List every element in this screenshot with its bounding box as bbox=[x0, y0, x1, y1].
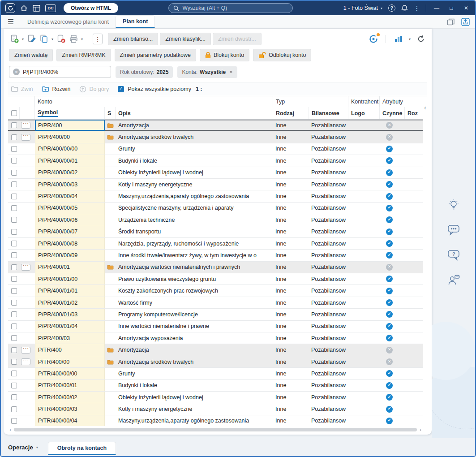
table-row[interactable]: P/PR/400/01/02 Wartość firmy Inne Pozabi… bbox=[8, 297, 423, 309]
row-checkbox[interactable] bbox=[11, 371, 17, 376]
horizontal-scrollbar[interactable]: ‹ › bbox=[8, 427, 423, 432]
account-symbol-cell[interactable]: P/PR/400/01/03 bbox=[35, 309, 105, 320]
row-expander-button[interactable] bbox=[21, 347, 30, 354]
account-symbol-cell[interactable]: P/PR/400/00/03 bbox=[35, 179, 105, 190]
open-in-html-button[interactable]: Otwórz w HTML bbox=[64, 3, 118, 13]
row-checkbox[interactable] bbox=[11, 205, 17, 211]
add-dropdown-caret-icon[interactable]: ▾ bbox=[22, 37, 24, 41]
row-checkbox[interactable] bbox=[11, 194, 17, 199]
row-checkbox[interactable] bbox=[11, 359, 17, 365]
row-expander-button[interactable] bbox=[21, 134, 30, 141]
table-row[interactable]: P/PR/400/00/04 Maszyny,urządzenia,aparat… bbox=[8, 190, 423, 202]
row-checkbox[interactable] bbox=[11, 288, 17, 294]
column-panel-collapse-icon[interactable]: ‹ bbox=[424, 103, 426, 111]
row-checkbox[interactable] bbox=[11, 134, 17, 140]
account-symbol-cell[interactable]: P/PR/400/01/00 bbox=[35, 273, 105, 285]
table-row[interactable]: P/TR/400/00/02 Obiekty inżynierii lądowe… bbox=[8, 392, 423, 403]
scroll-right-icon[interactable]: › bbox=[418, 427, 423, 432]
account-symbol-cell[interactable]: P/TR/400/00/01 bbox=[35, 380, 105, 391]
remove-chip-icon[interactable]: ✕ bbox=[229, 70, 233, 74]
row-expander-button[interactable] bbox=[21, 264, 30, 271]
move-up-button[interactable]: Do góry bbox=[79, 86, 109, 93]
row-checkbox[interactable] bbox=[11, 217, 17, 223]
zmien-dwustronne-button[interactable]: Zmień dwustr... bbox=[213, 33, 262, 45]
account-symbol-cell[interactable]: P/TR/400 bbox=[35, 344, 105, 355]
account-symbol-cell[interactable]: P/PR/400/00/00 bbox=[35, 143, 105, 155]
table-row[interactable]: P/TR/400 Amortyzacja Inne Pozabilansow bbox=[8, 344, 423, 356]
operations-menu-button[interactable]: Operacje ▾ bbox=[8, 444, 38, 451]
row-checkbox[interactable] bbox=[11, 406, 17, 412]
row-checkbox[interactable] bbox=[11, 347, 17, 353]
account-symbol-cell[interactable]: P/TR/400/00 bbox=[35, 356, 105, 367]
row-expander-button[interactable] bbox=[21, 358, 30, 365]
table-row[interactable]: P/PR/400/00/01 Budynki i lokale Inne Poz… bbox=[8, 155, 423, 167]
horizontal-scrollbar-thumb[interactable] bbox=[14, 428, 417, 431]
filter-chip-rok-obrotowy[interactable]: Rok obrotowy: 2025 bbox=[116, 66, 173, 78]
row-checkbox[interactable] bbox=[11, 170, 17, 176]
assistant-swirl-icon[interactable] bbox=[369, 34, 378, 44]
row-checkbox[interactable] bbox=[11, 229, 17, 235]
row-checkbox[interactable] bbox=[11, 276, 17, 282]
account-symbol-cell[interactable]: P/PR/400/01/01 bbox=[35, 285, 105, 296]
zmien-parametry-podatkowe-button[interactable]: Zmień parametry podatkowe bbox=[115, 49, 196, 61]
tab-plan-kont[interactable]: Plan kont bbox=[116, 15, 155, 28]
table-row[interactable]: P/PR/400/00/08 Narzędzia, przyrządy, ruc… bbox=[8, 238, 423, 250]
more-actions-button[interactable]: ⋮ bbox=[93, 34, 103, 44]
panels-icon[interactable] bbox=[447, 18, 455, 26]
minimize-button[interactable]: — bbox=[432, 5, 441, 11]
odblokuj-konto-button[interactable]: Odblokuj konto bbox=[253, 49, 311, 61]
row-checkbox[interactable] bbox=[11, 158, 17, 164]
share-export-icon[interactable] bbox=[461, 18, 470, 26]
more-options-icon[interactable]: ⋮ bbox=[414, 4, 420, 12]
account-symbol-cell[interactable]: P/PR/400/00/01 bbox=[35, 155, 105, 166]
table-row[interactable]: P/PR/400/03 Amortyzacja wyposażenia Inne… bbox=[8, 332, 423, 344]
tab-definicja-wzorcowego-planu-kont[interactable]: Definicja wzorcowego planu kont bbox=[21, 15, 116, 28]
row-checkbox[interactable] bbox=[11, 264, 17, 270]
filter-chip-konta[interactable]: Konta: Wszystkie ✕ bbox=[177, 66, 237, 78]
table-row[interactable]: P/TR/400/00/01 Budynki i lokale Inne Poz… bbox=[8, 380, 423, 392]
row-checkbox[interactable] bbox=[11, 122, 17, 128]
row-checkbox[interactable] bbox=[11, 418, 17, 424]
row-expander-button[interactable] bbox=[21, 122, 30, 129]
blokuj-konto-button[interactable]: Blokuj konto bbox=[200, 49, 249, 61]
table-row[interactable]: P/PR/400/00/00 Grunty Inne Pozabilansow bbox=[8, 143, 423, 155]
row-checkbox[interactable] bbox=[11, 335, 17, 341]
table-row[interactable]: P/PR/400 Amortyzacja Inne Pozabilansow bbox=[8, 120, 423, 131]
column-header-bilansowe[interactable]: Bilansowe bbox=[309, 107, 348, 119]
table-row[interactable]: P/PR/400/00/03 Kotły i maszyny energetyc… bbox=[8, 179, 423, 190]
account-symbol-cell[interactable]: P/PR/400/01/02 bbox=[35, 297, 105, 308]
account-symbol-cell[interactable]: P/PR/400/00/08 bbox=[35, 238, 105, 249]
table-row[interactable]: P/PR/400/01/04 Inne wartości niematerial… bbox=[8, 321, 423, 332]
show-all-levels-checkbox[interactable] bbox=[118, 86, 124, 92]
account-symbol-cell[interactable]: P/PR/400/00/06 bbox=[35, 214, 105, 225]
expand-button[interactable]: Rozwiń bbox=[42, 86, 70, 92]
menu-hamburger-icon[interactable]: ☰ bbox=[1, 15, 21, 28]
modules-window-icon[interactable] bbox=[33, 5, 40, 12]
zmien-klasyfikacja-button[interactable]: Zmień klasyfik... bbox=[160, 33, 211, 45]
chat-bubble-icon[interactable] bbox=[447, 223, 460, 237]
table-row[interactable]: P/PR/400/00/07 Środki transportu Inne Po… bbox=[8, 226, 423, 238]
account-symbol-cell[interactable]: P/TR/400/00/00 bbox=[35, 368, 105, 379]
table-row[interactable]: P/TR/400/00/03 Kotły i maszyny energetyc… bbox=[8, 403, 423, 415]
refresh-icon[interactable] bbox=[416, 33, 426, 45]
zmien-walute-button[interactable]: Zmień walutę bbox=[9, 49, 53, 61]
column-header-s[interactable]: S bbox=[105, 107, 116, 119]
help-bubble-icon[interactable]: ? bbox=[447, 248, 460, 262]
close-button[interactable]: ✕ bbox=[462, 5, 471, 11]
account-symbol-cell[interactable]: P/PR/400/00/09 bbox=[35, 250, 105, 261]
table-row[interactable]: P/PR/400/00/05 Specjalistyczne maszyny, … bbox=[8, 203, 423, 214]
chart-dropdown-caret-icon[interactable]: ▾ bbox=[409, 37, 411, 41]
select-all-checkbox[interactable] bbox=[11, 110, 17, 116]
app-logo-icon[interactable] bbox=[5, 3, 15, 13]
scroll-left-icon[interactable]: ‹ bbox=[8, 427, 13, 432]
copy-dropdown-caret-icon[interactable]: ▾ bbox=[51, 37, 53, 41]
zmien-bilansowa-button[interactable]: Zmień bilanso... bbox=[108, 33, 158, 45]
table-row[interactable]: P/PR/400/00/06 Urządzenia techniczne Inn… bbox=[8, 214, 423, 226]
account-symbol-cell[interactable]: P/PR/400 bbox=[35, 120, 105, 131]
column-header-czynne[interactable]: Czynne bbox=[380, 107, 405, 119]
levels-value[interactable]: 1 : bbox=[196, 86, 202, 92]
row-checkbox[interactable] bbox=[11, 252, 17, 258]
chart-analysis-icon[interactable] bbox=[393, 33, 404, 45]
consultant-icon[interactable] bbox=[447, 273, 460, 287]
account-symbol-cell[interactable]: P/PR/400/01 bbox=[35, 262, 105, 273]
